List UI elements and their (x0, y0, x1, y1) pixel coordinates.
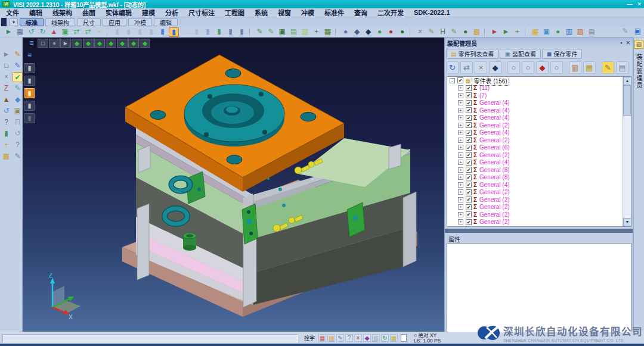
layer-icon-2[interactable]: ▮ (123, 27, 134, 37)
redo-icon[interactable]: ↻ (38, 27, 48, 37)
menu-item[interactable]: 冲模 (301, 8, 314, 17)
menu-item[interactable]: 二次开发 (377, 8, 404, 17)
wrench-icon[interactable]: × (415, 27, 425, 37)
view-sphere-icon[interactable]: ● (49, 39, 60, 48)
item-checkbox[interactable]: ✔ (466, 122, 472, 128)
layer-cyl-icon-3[interactable]: ▮ (24, 101, 35, 111)
tree-item[interactable]: + ✔ Σ General (4) (447, 129, 631, 137)
point-icon[interactable]: ● (340, 27, 351, 37)
rotate-icon[interactable]: ↺ (1, 106, 11, 116)
tree-item[interactable]: + ✔ Σ General (4) (447, 107, 631, 114)
layer-icon-8[interactable]: ▮ (203, 27, 213, 37)
layer-fill-icon[interactable]: ▮ (157, 27, 168, 37)
query-icon[interactable]: ? (1, 117, 11, 127)
view-left-icon[interactable]: ◆ (128, 39, 139, 48)
layer-icon-7[interactable]: ▮ (191, 27, 202, 37)
toolbar-tab[interactable]: 尺寸 (77, 18, 101, 26)
grid-yellow-icon[interactable]: ▦ (390, 334, 398, 342)
pen-corner-icon[interactable]: ✎ (620, 27, 630, 36)
sidebar-menu-icon[interactable]: ≡ (24, 51, 35, 61)
tree-root-row[interactable]: - ✔ ▦ 零件表 (156) (447, 77, 631, 85)
item-checkbox[interactable]: ✔ (466, 115, 472, 121)
item-checkbox[interactable]: ✔ (466, 174, 472, 180)
dash-icon[interactable]: − (94, 27, 104, 37)
folder-warn-icon[interactable]: ▨ (327, 334, 335, 342)
coordinate-mode-label[interactable]: 绝对 XY (419, 332, 437, 338)
layer-cyl-icon-4[interactable]: ▮ (24, 113, 35, 123)
green-sphere-icon[interactable]: ● (374, 27, 385, 37)
cursor-red-icon[interactable]: ► (490, 27, 500, 37)
layer-edit-icon[interactable]: ▮ (225, 27, 236, 37)
cube-icon[interactable]: ▣ (13, 106, 23, 116)
view-back-icon[interactable]: ◆ (117, 39, 128, 48)
expand-icon[interactable]: + (458, 204, 463, 210)
expand-icon[interactable]: + (458, 219, 463, 225)
star-icon[interactable]: + (1, 140, 11, 150)
frame-icon[interactable]: H (438, 27, 448, 37)
line-icon[interactable]: ◆ (352, 27, 362, 37)
tab-part-list-view[interactable]: ▤ 零件列表查看 (446, 49, 499, 59)
chart-icon[interactable]: ▥ (564, 27, 574, 37)
item-checkbox[interactable]: ✔ (466, 152, 472, 158)
copy-icon[interactable]: ▤ (616, 61, 628, 74)
viewbar-menu-icon[interactable]: ≡ (26, 39, 37, 48)
stack-corner-icon[interactable]: ▣ (633, 27, 643, 36)
pin-icon[interactable]: ▪ (620, 40, 622, 46)
menu-item[interactable]: 工程图 (225, 8, 244, 17)
cube-pick-icon[interactable]: ◆ (536, 61, 549, 74)
film-icon[interactable]: ▥ (372, 334, 380, 342)
scroll-up-button[interactable]: ▲ (623, 77, 631, 85)
expand-icon[interactable]: + (458, 108, 463, 113)
tree-item[interactable]: + ✔ Σ General (2) (447, 196, 631, 204)
tree-item[interactable]: + ✔ Σ General (4) (447, 114, 631, 122)
collapse-icon[interactable]: - (450, 78, 455, 83)
refresh-green-icon[interactable]: ↻ (381, 334, 389, 342)
leaf-icon[interactable]: ● (460, 27, 470, 37)
view-plane-icon[interactable]: □ (38, 39, 48, 48)
expand-icon[interactable]: + (458, 167, 463, 173)
report-icon[interactable]: ▥ (569, 61, 581, 74)
tab-save-part[interactable]: ◼ 保存零件 (542, 49, 582, 59)
pen-blue-icon[interactable]: ✎ (13, 61, 23, 71)
view-iso-icon[interactable]: ◆ (72, 39, 82, 48)
scale-icon[interactable]: ▦ (323, 27, 333, 37)
shaded-sphere-icon[interactable]: ● (397, 27, 407, 37)
item-checkbox[interactable]: ✔ (466, 145, 472, 151)
viewport-3d[interactable]: Z X ≡□●►◆◆◆◆◆◆◆ ≡▮▮▮▮▮ (23, 38, 444, 332)
view-bottom-icon[interactable]: ◆ (140, 39, 150, 48)
tools-icon[interactable]: × (475, 61, 487, 74)
minimize-button[interactable]: — (627, 1, 632, 7)
view-front-icon[interactable]: ◆ (94, 39, 105, 48)
layer-icon-4[interactable]: ▮ (146, 27, 156, 37)
expand-icon[interactable]: + (458, 115, 463, 120)
menu-item[interactable]: 尺寸标注 (188, 8, 215, 17)
tree-item[interactable]: + ✔ Σ General (4) (447, 99, 631, 107)
tree-item[interactable]: + ✔ Σ General (2) (447, 151, 631, 159)
expand-icon[interactable]: + (458, 130, 463, 135)
sync-icon[interactable]: ⇄ (460, 61, 473, 74)
item-checkbox[interactable]: ✔ (466, 107, 472, 113)
pie-sphere-icon[interactable]: ● (386, 27, 396, 37)
expand-icon[interactable]: + (458, 189, 463, 195)
layer-tools-icon[interactable]: ▮ (237, 27, 247, 37)
item-checkbox[interactable]: ✔ (466, 160, 472, 166)
book-icon[interactable]: ▤ (587, 27, 597, 37)
toolbar-tab[interactable]: 编辑 (154, 18, 178, 26)
view-top-icon[interactable]: ◆ (83, 39, 94, 48)
expand-icon[interactable]: + (458, 197, 463, 202)
menu-item[interactable]: 实体编辑 (106, 8, 132, 17)
expand-icon[interactable]: + (458, 100, 463, 105)
tree-item[interactable]: + ✔ Σ General (4) (447, 159, 631, 167)
surface-icon[interactable]: ◆ (13, 95, 23, 105)
refresh-icon[interactable]: ↻ (446, 61, 459, 74)
tab-assembly-view[interactable]: ▣ 装配查看 (500, 49, 540, 59)
zoom-icon[interactable]: ○ (550, 61, 563, 74)
tools-icon[interactable]: × (1, 72, 11, 82)
layer-recycle-icon[interactable]: ▮ (214, 27, 224, 37)
pen-teal-icon[interactable]: ✎ (13, 83, 23, 93)
image-icon[interactable]: ▣ (541, 27, 552, 37)
probe-icon[interactable]: ✎ (426, 27, 436, 37)
item-checkbox[interactable]: ✔ (466, 137, 472, 143)
tree-item[interactable]: + ✔ Σ General (4) (447, 181, 631, 189)
expand-icon[interactable]: + (458, 138, 463, 143)
